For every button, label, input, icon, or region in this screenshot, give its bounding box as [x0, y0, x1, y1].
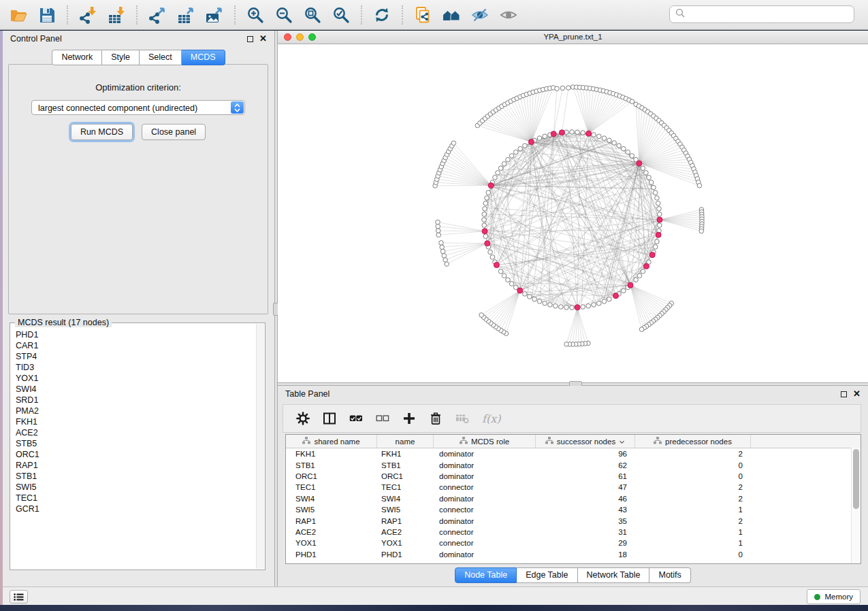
- cell-name[interactable]: RAP1: [377, 517, 434, 525]
- hide-selected-icon[interactable]: [466, 3, 494, 27]
- table-row[interactable]: RAP1RAP1dominator352: [286, 515, 861, 526]
- table-row[interactable]: PHD1PHD1dominator180: [286, 549, 861, 560]
- cell-MCDS-role[interactable]: connector: [434, 506, 536, 514]
- maximize-window-icon[interactable]: [308, 33, 316, 41]
- cell-successor-nodes[interactable]: 29: [536, 539, 635, 547]
- cell-predecessor-nodes[interactable]: 1: [635, 539, 751, 547]
- cell-MCDS-role[interactable]: dominator: [434, 450, 536, 458]
- first-neighbors-icon[interactable]: [437, 3, 466, 27]
- zoom-in-icon[interactable]: [241, 3, 270, 27]
- table-row[interactable]: YOX1YOX1connector291: [286, 538, 861, 548]
- delete-column-icon[interactable]: [429, 412, 443, 425]
- cell-predecessor-nodes[interactable]: 2: [635, 450, 751, 458]
- tab-style[interactable]: Style: [102, 50, 140, 65]
- mcds-result-item[interactable]: TEC1: [16, 493, 265, 503]
- cell-shared-name[interactable]: SWI4: [286, 495, 377, 503]
- cell-successor-nodes[interactable]: 31: [536, 528, 635, 536]
- mcds-result-item[interactable]: SWI4: [16, 384, 265, 395]
- cell-MCDS-role[interactable]: connector: [434, 528, 536, 536]
- cell-MCDS-role[interactable]: dominator: [434, 461, 536, 469]
- mcds-result-item[interactable]: STB5: [16, 438, 265, 449]
- zoom-selected-icon[interactable]: [327, 3, 355, 27]
- cell-shared-name[interactable]: FKH1: [286, 450, 377, 458]
- graph-nodes[interactable]: [433, 85, 704, 347]
- column-header-name[interactable]: name: [377, 435, 434, 448]
- table-row[interactable]: SWI5SWI5connector431: [286, 504, 861, 515]
- cell-shared-name[interactable]: STB1: [286, 461, 377, 469]
- tab-edge-table[interactable]: Edge Table: [517, 567, 577, 583]
- cell-successor-nodes[interactable]: 96: [536, 450, 635, 458]
- duplicate-network-icon[interactable]: [408, 3, 437, 27]
- mcds-result-item[interactable]: ORC1: [16, 449, 265, 460]
- mcds-result-item[interactable]: STB1: [16, 471, 265, 482]
- cell-predecessor-nodes[interactable]: 1: [635, 506, 751, 514]
- cell-successor-nodes[interactable]: 61: [536, 472, 635, 480]
- tab-network-table[interactable]: Network Table: [578, 567, 650, 583]
- mcds-result-item[interactable]: PMA2: [16, 406, 265, 416]
- import-network-icon[interactable]: [74, 3, 102, 27]
- mcds-result-item[interactable]: SWI5: [16, 482, 265, 493]
- mcds-result-item[interactable]: ACE2: [16, 427, 265, 438]
- float-table-panel-icon[interactable]: [841, 391, 847, 397]
- export-network-icon[interactable]: [143, 3, 172, 27]
- settings-icon[interactable]: [296, 412, 310, 425]
- cell-shared-name[interactable]: TEC1: [286, 483, 377, 491]
- cell-MCDS-role[interactable]: dominator: [434, 495, 536, 503]
- mcds-result-item[interactable]: YOX1: [16, 373, 265, 384]
- search-box[interactable]: [669, 5, 854, 23]
- export-table-icon[interactable]: [172, 3, 200, 27]
- mcds-result-item[interactable]: CAR1: [16, 340, 265, 351]
- cell-name[interactable]: STB1: [377, 461, 434, 469]
- float-panel-icon[interactable]: [247, 36, 253, 42]
- zoom-out-icon[interactable]: [270, 3, 298, 27]
- cell-shared-name[interactable]: PHD1: [286, 550, 377, 559]
- close-panel-icon[interactable]: ✕: [259, 35, 267, 42]
- deselect-all-icon[interactable]: [376, 412, 389, 425]
- import-table-icon[interactable]: [102, 3, 131, 27]
- table-row[interactable]: TEC1TEC1connector472: [286, 482, 861, 493]
- save-icon[interactable]: [33, 3, 61, 27]
- mcds-result-item[interactable]: SRD1: [16, 395, 265, 406]
- cell-successor-nodes[interactable]: 43: [536, 506, 635, 514]
- cell-successor-nodes[interactable]: 47: [536, 483, 635, 491]
- export-image-icon[interactable]: [200, 3, 229, 27]
- cell-successor-nodes[interactable]: 35: [536, 517, 635, 525]
- cell-shared-name[interactable]: YOX1: [286, 539, 377, 547]
- mcds-result-list[interactable]: PHD1CAR1STP4TID3YOX1SWI4SRD1PMA2FKH1ACE2…: [10, 323, 265, 514]
- mcds-result-item[interactable]: PHD1: [16, 329, 265, 340]
- memory-button[interactable]: Memory: [807, 589, 861, 604]
- mcds-list-scrollbar[interactable]: [256, 324, 264, 569]
- open-file-icon[interactable]: [4, 3, 33, 27]
- cell-name[interactable]: FKH1: [377, 450, 434, 458]
- table-row[interactable]: SWI4SWI4dominator462: [286, 493, 861, 504]
- run-mcds-button[interactable]: Run MCDS: [71, 124, 133, 140]
- network-graph[interactable]: [278, 44, 868, 382]
- add-column-icon[interactable]: [402, 412, 416, 425]
- close-window-icon[interactable]: [284, 33, 291, 41]
- mcds-result-item[interactable]: TID3: [16, 362, 265, 373]
- tab-select[interactable]: Select: [140, 50, 182, 65]
- node-table[interactable]: shared namenameMCDS rolesuccessor nodesp…: [285, 434, 861, 564]
- table-row[interactable]: ACE2ACE2connector311: [286, 527, 861, 538]
- table-row[interactable]: STB1STB1dominator620: [286, 459, 861, 470]
- mcds-result-item[interactable]: STP4: [16, 351, 265, 362]
- table-scrollbar-thumb[interactable]: [853, 449, 859, 509]
- cell-successor-nodes[interactable]: 46: [536, 495, 635, 503]
- select-all-icon[interactable]: [349, 412, 363, 425]
- column-header-successor-nodes[interactable]: successor nodes: [536, 435, 635, 448]
- cell-predecessor-nodes[interactable]: 0: [635, 550, 751, 559]
- tab-node-table[interactable]: Node Table: [455, 567, 517, 583]
- cell-name[interactable]: ORC1: [377, 472, 434, 480]
- cell-name[interactable]: SWI4: [377, 495, 434, 503]
- cell-successor-nodes[interactable]: 62: [536, 461, 635, 469]
- cell-shared-name[interactable]: RAP1: [286, 517, 377, 525]
- network-window-titlebar[interactable]: YPA_prune.txt_1: [278, 31, 868, 44]
- cell-name[interactable]: ACE2: [377, 528, 434, 536]
- criterion-dropdown[interactable]: largest connected component (undirected): [31, 100, 245, 115]
- column-header-shared-name[interactable]: shared name: [286, 435, 377, 448]
- table-row[interactable]: FKH1FKH1dominator962: [286, 448, 861, 459]
- cell-name[interactable]: YOX1: [377, 539, 434, 547]
- function-icon[interactable]: f(x): [482, 412, 500, 425]
- column-header-MCDS-role[interactable]: MCDS role: [434, 435, 536, 448]
- show-all-icon[interactable]: [494, 3, 523, 27]
